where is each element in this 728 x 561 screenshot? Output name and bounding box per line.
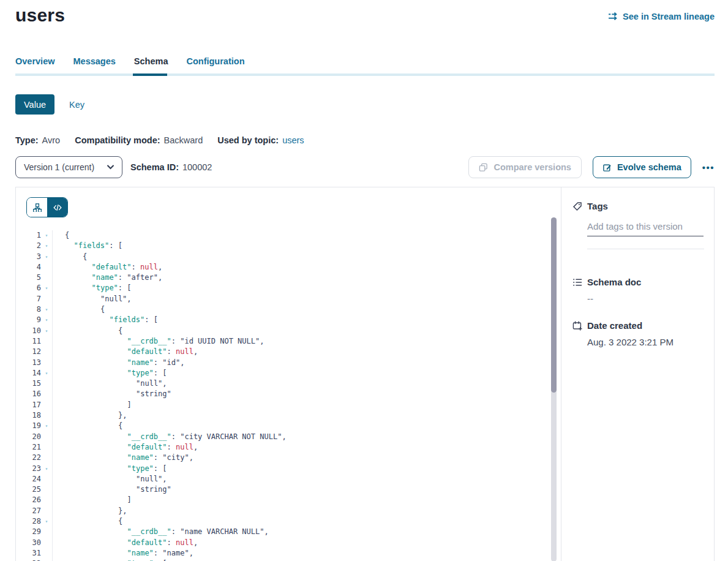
code-line: 31"name": "name", [16, 548, 561, 559]
code-line-text: "type": [ [52, 283, 561, 293]
line-number: 7 [16, 294, 41, 304]
collapse-caret-icon[interactable]: ▾ [41, 326, 52, 336]
collapse-caret-icon[interactable]: ▾ [41, 230, 52, 241]
key-tab-button[interactable]: Key [69, 100, 84, 110]
schema-doc-heading: Schema doc [587, 277, 641, 287]
tab-overview[interactable]: Overview [15, 56, 55, 73]
collapse-caret-icon[interactable]: ▾ [41, 283, 52, 293]
code-line-text: { [52, 326, 561, 336]
compare-versions-button[interactable]: Compare versions [468, 156, 582, 178]
stream-lineage-link[interactable]: See in Stream lineage [608, 11, 715, 21]
topic-link[interactable]: users [282, 135, 304, 145]
line-number: 25 [16, 484, 41, 495]
code-scrollbar-thumb[interactable] [551, 217, 557, 393]
schema-id: Schema ID: 100002 [130, 162, 212, 172]
collapse-caret-icon[interactable]: ▾ [41, 516, 52, 527]
code-line-text: "type": [ [52, 464, 561, 474]
line-number: 11 [16, 336, 41, 347]
code-line-text: "__crdb__": "id UUID NOT NULL", [52, 336, 561, 347]
compare-versions-label: Compare versions [493, 162, 571, 172]
collapse-caret-icon[interactable]: ▾ [41, 559, 52, 561]
line-number: 18 [16, 410, 41, 421]
tags-input[interactable] [587, 221, 704, 236]
line-number: 17 [16, 400, 41, 410]
code-line-text: "fields": [ [52, 315, 561, 325]
line-number: 8 [16, 304, 41, 315]
code-line-text: "type": [ [52, 368, 561, 378]
collapse-caret-icon[interactable]: ▾ [41, 241, 52, 251]
line-number: 28 [16, 516, 41, 527]
tab-messages[interactable]: Messages [73, 56, 116, 73]
evolve-schema-button[interactable]: Evolve schema [593, 156, 691, 178]
code-line-text: "string" [52, 484, 561, 495]
code-line: 7"null", [16, 294, 561, 304]
code-view-icon [53, 203, 62, 212]
tree-view-icon [33, 203, 42, 212]
code-line-text: ] [52, 400, 561, 410]
code-line: 26] [16, 495, 561, 505]
line-number: 27 [16, 506, 41, 516]
value-tab-button[interactable]: Value [15, 94, 54, 115]
line-number: 10 [16, 326, 41, 336]
collapse-caret-icon[interactable]: ▾ [41, 315, 52, 325]
schema-controls: Version 1 (current) Schema ID: 100002 Co… [15, 156, 715, 178]
chevron-down-icon [107, 165, 114, 170]
evolve-schema-icon [602, 163, 612, 172]
code-view-button[interactable] [47, 198, 67, 217]
stream-lineage-label: See in Stream lineage [623, 12, 715, 21]
schema-card: 1▾{2▾"fields": [3▾{4"default": null,5"na… [15, 187, 715, 561]
schema-meta: Type: Avro Compatibility mode: Backward … [15, 135, 715, 145]
code-scrollbar-track[interactable] [551, 217, 557, 561]
tags-section: Tags [572, 201, 704, 249]
more-options-button[interactable]: ••• [702, 162, 715, 173]
code-line-text: { [52, 230, 561, 241]
code-line: 14▾"type": [ [16, 368, 561, 378]
schema-id-value: 100002 [182, 162, 212, 172]
tab-configuration[interactable]: Configuration [186, 56, 244, 73]
code-line: 9▾"fields": [ [16, 315, 561, 325]
code-line: 17] [16, 400, 561, 410]
compare-versions-icon [479, 163, 488, 172]
code-line-text: { [52, 304, 561, 315]
stream-lineage-icon [608, 11, 618, 21]
schema-doc-value: -- [587, 293, 704, 304]
code-line-text: "name": "name", [52, 548, 561, 559]
code-line: 1▾{ [16, 230, 561, 241]
page-header: users See in Stream lineage [15, 5, 715, 26]
collapse-caret-icon[interactable]: ▾ [41, 368, 52, 378]
line-number: 23 [16, 464, 41, 474]
code-line: 3▾{ [16, 252, 561, 262]
code-line: 15"null", [16, 378, 561, 389]
collapse-caret-icon[interactable]: ▾ [41, 304, 52, 315]
compatibility-value: Backward [164, 135, 203, 145]
line-number: 30 [16, 538, 41, 548]
collapse-caret-icon[interactable]: ▾ [41, 252, 52, 262]
tab-schema[interactable]: Schema [134, 56, 168, 73]
line-number: 2 [16, 241, 41, 251]
date-created-heading-row: Date created [572, 320, 704, 331]
collapse-caret-icon[interactable]: ▾ [41, 421, 52, 431]
code-line: 23▾"type": [ [16, 464, 561, 474]
code-line-text: { [52, 516, 561, 527]
code-line: 28▾{ [16, 516, 561, 527]
used-by-topic-label: Used by topic: [217, 135, 279, 145]
schema-page: users See in Stream lineage Overview Mes… [0, 0, 728, 561]
tag-icon [572, 201, 582, 211]
tree-view-button[interactable] [27, 198, 47, 217]
code-line: 6▾"type": [ [16, 283, 561, 293]
value-key-toggle: Value Key [15, 94, 715, 115]
code-line-text: "__crdb__": "city VARCHAR NOT NULL", [52, 432, 561, 442]
code-line: 13"name": "id", [16, 358, 561, 368]
tab-bar: Overview Messages Schema Configuration [15, 56, 715, 73]
schema-code-pane: 1▾{2▾"fields": [3▾{4"default": null,5"na… [16, 187, 561, 561]
code-line: 18}, [16, 410, 561, 421]
code-line-text: }, [52, 410, 561, 421]
code-line: 29"__crdb__": "name VARCHAR NULL", [16, 527, 561, 537]
code-line: 11"__crdb__": "id UUID NOT NULL", [16, 336, 561, 347]
version-select[interactable]: Version 1 (current) [15, 156, 122, 178]
line-number: 14 [16, 368, 41, 378]
line-number: 6 [16, 283, 41, 293]
tags-heading-row: Tags [572, 201, 704, 211]
collapse-caret-icon[interactable]: ▾ [41, 464, 52, 474]
compatibility-label: Compatibility mode: [75, 135, 160, 145]
